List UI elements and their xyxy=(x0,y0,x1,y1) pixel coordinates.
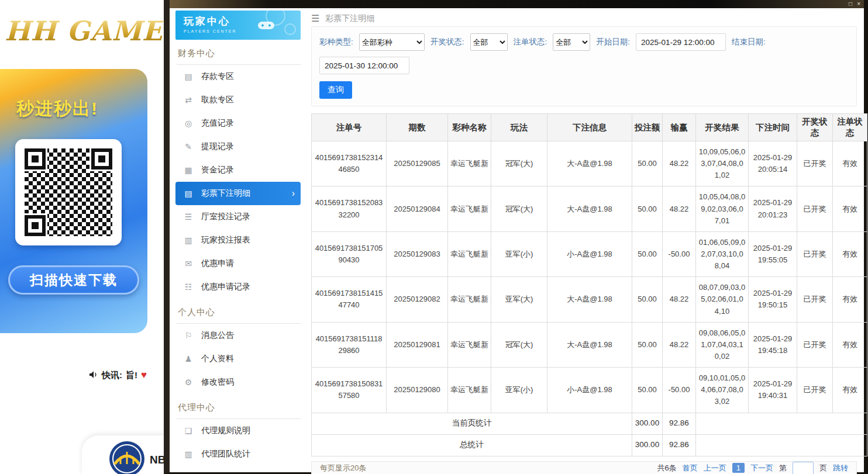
bet-status-select[interactable]: 全部 xyxy=(553,33,590,51)
table-row: 401569173815111829860 20250129081 幸运飞艇新 … xyxy=(312,322,867,367)
site-logo: HH GAME xyxy=(5,15,163,47)
cell-lottery: 幸运飞艇新 xyxy=(448,322,491,367)
sidebar-item-deposit[interactable]: ▤ 存款专区 xyxy=(175,65,301,88)
end-date-input[interactable] xyxy=(319,57,409,74)
prev-page-link[interactable]: 上一页 xyxy=(704,463,726,473)
search-button[interactable]: 查询 xyxy=(319,81,352,99)
filter-panel: 彩种类型: 全部彩种 开奖状态: 全部 注单状态: 全部 开始日期: 结束日期: xyxy=(311,26,857,106)
menu-icon[interactable]: ☰ xyxy=(311,13,319,24)
lottery-type-label: 彩种类型: xyxy=(319,37,353,47)
recharge-icon: ◎ xyxy=(184,119,193,128)
cell-bet-status: 有效 xyxy=(833,368,867,413)
qr-pattern xyxy=(25,148,112,236)
deposit-icon: ▤ xyxy=(184,72,193,81)
jump-button[interactable]: 跳转 xyxy=(833,463,848,473)
section-title-finance: 财务中心 xyxy=(177,48,301,65)
current-page-badge[interactable]: 1 xyxy=(732,463,745,473)
document-icon: ❏ xyxy=(184,426,193,435)
cell-bet-no: 401569173815083157580 xyxy=(312,368,387,413)
next-page-link[interactable]: 下一页 xyxy=(750,463,773,473)
cell-winloss: 48.22 xyxy=(663,277,696,322)
start-date-label: 开始日期: xyxy=(596,37,630,47)
cell-time: 2025-01-29 19:55:05 xyxy=(749,231,797,276)
table-header-row: 注单号 期数 彩种名称 玩法 下注信息 投注额 输赢 开奖结果 下注时间 开奖状… xyxy=(312,114,867,141)
promo-records-icon: ☷ xyxy=(184,282,193,292)
cell-lottery: 幸运飞艇新 xyxy=(448,231,491,276)
maximize-icon[interactable]: □ xyxy=(849,0,852,8)
sidebar-item-label: 提现记录 xyxy=(201,141,234,152)
cell-amount: 50.00 xyxy=(632,368,663,413)
cell-period: 20250129082 xyxy=(387,277,448,322)
cell-winloss: 48.22 xyxy=(663,322,696,367)
sidebar-item-change-password[interactable]: ⚙ 修改密码 xyxy=(175,371,301,394)
summary-empty xyxy=(696,434,867,456)
cell-info: 大-A盘@1.98 xyxy=(547,322,632,367)
jump-prefix: 第 xyxy=(779,463,787,473)
gamepad-icon xyxy=(257,20,275,33)
window-titlebar: □ × xyxy=(170,0,864,8)
sidebar-subtitle: PLAYERS CENTER xyxy=(184,29,301,33)
withdraw-icon: ⇄ xyxy=(184,95,193,105)
person-icon: ♟ xyxy=(184,354,193,364)
col-bet-info: 下注信息 xyxy=(547,114,632,141)
sidebar-item-label: 优惠申请 xyxy=(201,258,234,269)
cell-lottery: 幸运飞艇新 xyxy=(448,141,491,186)
sidebar-item-label: 消息公告 xyxy=(201,330,234,341)
table-row: 401569173815141547740 20250129082 幸运飞艇新 … xyxy=(312,277,867,322)
cell-draw-status: 已开奖 xyxy=(797,186,833,231)
sidebar-item-label: 厅室投注记录 xyxy=(201,212,250,222)
first-page-link[interactable]: 首页 xyxy=(683,463,698,473)
col-play: 玩法 xyxy=(491,114,547,141)
withdrawal-record-icon: ✎ xyxy=(184,142,193,151)
table-row: 401569173815208332200 20250129084 幸运飞艇新 … xyxy=(312,186,867,231)
cell-info: 小-A盘@1.98 xyxy=(547,231,632,276)
cell-draw-status: 已开奖 xyxy=(797,141,833,186)
sidebar-item-label: 玩家投注报表 xyxy=(201,235,250,245)
cell-winloss: -50.00 xyxy=(663,368,696,413)
sidebar-item-agent-team-stats[interactable]: ▥ 代理团队统计 xyxy=(175,442,301,466)
cell-info: 大-A盘@1.98 xyxy=(547,141,632,186)
sidebar-item-withdrawal-records[interactable]: ✎ 提现记录 xyxy=(175,135,301,158)
sidebar-item-promo-apply[interactable]: ✉ 优惠申请 xyxy=(175,252,301,275)
sidebar-item-lottery-bet-details[interactable]: ▤ 彩票下注明细 › xyxy=(175,182,301,205)
col-amount: 投注额 xyxy=(632,114,663,141)
table-row: 401569173815231446850 20250129085 幸运飞艇新 … xyxy=(312,141,867,186)
page-size-label: 每页显示20条 xyxy=(320,463,366,473)
sidebar-item-player-bet-report[interactable]: ▥ 玩家投注报表 xyxy=(175,229,301,252)
sidebar-item-agent-rules[interactable]: ❏ 代理规则说明 xyxy=(175,419,301,442)
cell-play: 冠军(大) xyxy=(491,141,547,186)
cell-time: 2025-01-29 20:01:23 xyxy=(749,186,797,231)
summary-amount: 300.00 xyxy=(632,413,663,434)
scan-download-button[interactable]: 扫描快速下载 xyxy=(8,265,139,295)
cell-winloss: 48.22 xyxy=(663,141,696,186)
chevron-right-icon: › xyxy=(292,188,295,199)
sidebar-item-label: 彩票下注明细 xyxy=(201,188,250,199)
close-icon[interactable]: × xyxy=(857,0,860,8)
summary-winloss: 92.86 xyxy=(663,434,696,456)
sidebar-item-promo-apply-records[interactable]: ☷ 优惠申请记录 xyxy=(175,275,301,299)
hall-records-icon: ☰ xyxy=(184,212,193,222)
lottery-type-select[interactable]: 全部彩种 xyxy=(359,33,425,51)
cell-period: 20250129084 xyxy=(387,186,448,231)
col-lottery-name: 彩种名称 xyxy=(448,114,491,141)
col-winloss: 输赢 xyxy=(663,114,696,141)
cell-period: 20250129081 xyxy=(387,322,448,367)
sidebar-item-announcements[interactable]: ⚐ 消息公告 xyxy=(175,324,301,347)
sidebar-item-recharge-records[interactable]: ◎ 充值记录 xyxy=(175,112,301,135)
sidebar-item-fund-records[interactable]: ▦ 资金记录 xyxy=(175,158,301,182)
col-draw-status: 开奖状态 xyxy=(797,114,833,141)
cell-winloss: -50.00 xyxy=(663,231,696,276)
draw-status-select[interactable]: 全部 xyxy=(470,33,508,51)
cell-period: 20250129085 xyxy=(387,141,448,186)
sidebar-item-withdraw[interactable]: ⇄ 取款专区 xyxy=(175,88,301,112)
total-count: 共6条 xyxy=(657,463,677,473)
page-jump-input[interactable] xyxy=(793,462,814,474)
sidebar-item-label: 存款专区 xyxy=(201,71,234,82)
qr-finder-icon xyxy=(91,148,112,169)
cell-lottery: 幸运飞艇新 xyxy=(448,368,491,413)
cell-info: 大-A盘@1.98 xyxy=(547,186,632,231)
start-date-input[interactable] xyxy=(636,33,726,51)
sidebar-item-hall-bet-records[interactable]: ☰ 厅室投注记录 xyxy=(175,205,301,229)
sidebar-item-profile[interactable]: ♟ 个人资料 xyxy=(175,347,301,371)
ticker-label: 快讯: xyxy=(102,370,122,381)
